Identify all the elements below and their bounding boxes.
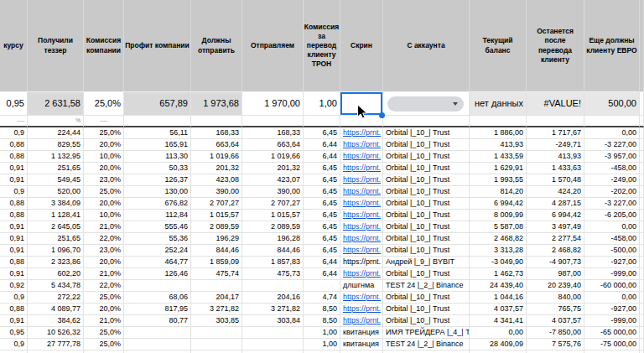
cell-rate[interactable]: 0,91 (0, 245, 28, 257)
cell-balance[interactable]: 3 313,28 (470, 245, 527, 257)
cell-received[interactable]: 251,65 (28, 233, 84, 245)
cell-owed_eur[interactable]: -65 000,00 (584, 327, 640, 339)
cell-screen[interactable]: длшгнма (340, 280, 383, 292)
cell-sending[interactable]: 204,16 (242, 292, 304, 304)
cell-commission[interactable]: 22,0% (84, 280, 124, 292)
summary-cell-commission[interactable]: 25,0% (84, 92, 124, 116)
cell-sending[interactable]: 844,46 (242, 245, 304, 257)
cell-screen[interactable]: https://prnt. (340, 127, 383, 139)
cell-account[interactable]: TEST 24 |_2_| Binance (383, 339, 470, 350)
column-header-must_send[interactable]: Должны отправить (191, 0, 242, 92)
cell-commission[interactable]: 25,0% (84, 127, 124, 139)
cell-balance[interactable]: 5 587,08 (470, 221, 527, 233)
column-header-screen[interactable]: Скрин (340, 0, 383, 92)
screenshot-link[interactable]: https://prnt. (343, 187, 381, 195)
cell-commission[interactable]: 22,0% (84, 233, 124, 245)
screenshot-link[interactable]: https://prnt. (343, 234, 381, 242)
cell-screen[interactable]: https://prnt. (340, 315, 383, 327)
cell-account[interactable]: ИМЯ ТРЕЙДЕРА |_4_| Т (383, 327, 470, 339)
cell-commission[interactable]: 20,0% (84, 257, 124, 268)
cell-account[interactable]: Андрей |_9_| BYBIT (383, 257, 470, 268)
cell-screen[interactable]: https://prnt. (340, 163, 383, 174)
cell-account[interactable]: TEST 24 |_2_| Binance (383, 280, 470, 292)
account-dropdown[interactable] (387, 96, 464, 112)
cell-owed_eur[interactable]: -927,00 (584, 304, 640, 315)
cell-sending[interactable]: 663,64 (242, 139, 304, 151)
cell-after_transfer[interactable]: 4 287,15 (527, 198, 584, 210)
cell-profit[interactable]: 130,00 (124, 186, 191, 198)
cell-rate[interactable]: 0,9 (0, 339, 28, 350)
cell-sending[interactable]: 1 857,83 (242, 257, 304, 268)
cell-balance[interactable]: 28 409,09 (470, 339, 527, 350)
cell-rate[interactable]: 0,9 (0, 186, 28, 198)
screenshot-link[interactable]: https://prnt. (343, 199, 381, 207)
cell-owed_eur[interactable]: -3 227,00 (584, 198, 640, 210)
cell-balance[interactable]: 0,00 (470, 327, 527, 339)
cell-received[interactable]: 272,22 (28, 292, 84, 304)
cell-rate[interactable]: 0,91 (0, 221, 28, 233)
cell-tron_fee[interactable]: 6,45 (304, 186, 340, 198)
cell-account[interactable]: Orbital |_10_| Trust (383, 221, 470, 233)
cell-account[interactable]: Orbital |_10_| Trust (383, 186, 470, 198)
cell-screen[interactable]: https://prnt. (340, 151, 383, 163)
unit-cell-profit[interactable] (124, 116, 191, 127)
cell-owed_eur[interactable]: 0,00 (584, 221, 640, 233)
cell-balance[interactable]: 2 468,82 (470, 233, 527, 245)
screenshot-link[interactable]: https://prnt. (343, 140, 381, 148)
cell-owed_eur[interactable]: -6 205,00 (584, 210, 640, 221)
cell-after_transfer[interactable]: 7 575,76 (527, 339, 584, 350)
cell-tron_fee[interactable]: 4,74 (304, 292, 340, 304)
cell-must_send[interactable]: 1 019,66 (191, 151, 242, 163)
summary-cell-balance[interactable]: нет данных (470, 92, 527, 116)
cell-account[interactable]: Orbital |_10_| Trust (383, 292, 470, 304)
cell-owed_eur[interactable]: -249,00 (584, 174, 640, 186)
cell-profit[interactable]: 56,11 (124, 127, 191, 139)
cell-after_transfer[interactable]: -249,71 (527, 139, 584, 151)
cell-balance[interactable]: 1 462,73 (470, 268, 527, 280)
cell-must_send[interactable]: 168,33 (191, 127, 242, 139)
cell-after_transfer[interactable]: 20 239,40 (527, 280, 584, 292)
cell-after_transfer[interactable]: 1 717,67 (527, 127, 584, 139)
screenshot-link[interactable]: https://prnt. (343, 164, 381, 172)
cell-owed_eur[interactable]: -3 957,00 (584, 151, 640, 163)
cell-profit[interactable]: 68,06 (124, 292, 191, 304)
cell-profit[interactable]: 55,36 (124, 233, 191, 245)
cell-rate[interactable]: 0,95 (0, 327, 28, 339)
cell-account[interactable]: Orbital |_10_| Trust (383, 245, 470, 257)
screenshot-link[interactable]: https://prnt. (343, 175, 381, 184)
cell-profit[interactable]: 80,77 (124, 315, 191, 327)
cell-screen[interactable]: https://prnt. (340, 245, 383, 257)
cell-must_send[interactable]: 844,46 (191, 245, 242, 257)
cell-commission[interactable]: 21,0% (84, 221, 124, 233)
cell-balance[interactable]: 1 044,16 (470, 292, 527, 304)
cell-screen[interactable]: https://prnt. (340, 198, 383, 210)
cell-account[interactable]: Orbital |_10_| Trust (383, 198, 470, 210)
cell-rate[interactable]: 0,88 (0, 210, 28, 221)
unit-cell-rate[interactable]: ---- (0, 116, 28, 127)
cell-rate[interactable]: 0,91 (0, 174, 28, 186)
cell-sending[interactable]: 168,33 (242, 127, 304, 139)
cell-after_transfer[interactable]: -4 907,73 (527, 257, 584, 268)
cell-profit[interactable]: 676,82 (124, 198, 191, 210)
cell-sending[interactable] (242, 339, 304, 350)
unit-cell-balance[interactable] (470, 116, 527, 127)
cell-must_send[interactable] (191, 327, 242, 339)
cell-owed_eur[interactable]: -458,00 (584, 233, 640, 245)
cell-rate[interactable]: 0,88 (0, 198, 28, 210)
cell-profit[interactable] (124, 339, 191, 350)
unit-cell-account[interactable] (383, 116, 470, 127)
cell-screen[interactable]: https://prnt. (340, 139, 383, 151)
cell-received[interactable]: 251,65 (28, 163, 84, 174)
column-header-balance[interactable]: Текущий баланс (470, 0, 527, 92)
column-header-sending[interactable]: Отправляем (242, 0, 304, 92)
cell-must_send[interactable]: 196,29 (191, 233, 242, 245)
cell-profit[interactable]: 817,95 (124, 304, 191, 315)
cell-screen[interactable]: квитанция (340, 339, 383, 350)
column-header-after_transfer[interactable]: Останется после перевода клиенту (527, 0, 584, 92)
cell-profit[interactable]: 113,30 (124, 151, 191, 163)
cell-after_transfer[interactable]: 424,20 (527, 186, 584, 198)
column-header-rate[interactable]: курсу (0, 0, 28, 92)
cell-must_send[interactable]: 663,64 (191, 139, 242, 151)
summary-cell-account[interactable] (383, 92, 470, 116)
cell-rate[interactable]: 0,9 (0, 127, 28, 139)
